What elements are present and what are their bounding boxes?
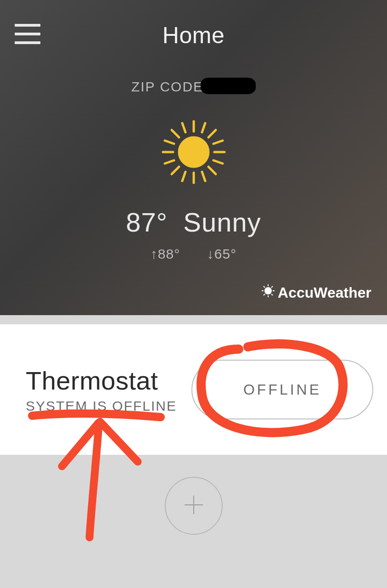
add-device-button[interactable] [165, 477, 223, 535]
svg-line-16 [213, 160, 223, 164]
svg-line-12 [202, 172, 205, 181]
accuweather-label: AccuWeather [278, 284, 371, 301]
svg-line-14 [165, 160, 174, 164]
offline-pill-label: OFFLINE [243, 381, 321, 398]
thermostat-card[interactable]: Thermostat SYSTEM IS OFFLINE OFFLINE [0, 324, 387, 455]
svg-point-17 [264, 287, 272, 294]
svg-line-11 [182, 172, 185, 181]
current-temp: 87° [126, 207, 168, 237]
zip-code-redacted [201, 78, 256, 94]
accuweather-attribution: AccuWeather [261, 284, 371, 301]
low-temp: 65° [214, 246, 236, 261]
svg-line-9 [182, 123, 185, 132]
thermostat-title: Thermostat [26, 366, 191, 396]
svg-line-8 [172, 167, 179, 174]
current-condition: Sunny [183, 207, 261, 237]
zip-code-row: ZIP CODE [0, 79, 387, 96]
svg-line-10 [202, 123, 205, 132]
offline-pill[interactable]: OFFLINE [191, 360, 373, 419]
svg-point-0 [178, 136, 209, 168]
svg-line-15 [213, 141, 223, 144]
high-temp: 88° [158, 246, 180, 261]
svg-line-24 [271, 286, 273, 288]
plus-icon [180, 491, 208, 520]
page-title: Home [0, 22, 387, 49]
svg-line-23 [271, 294, 273, 295]
svg-line-22 [264, 286, 265, 288]
svg-line-5 [172, 130, 179, 137]
svg-line-7 [208, 130, 216, 137]
low-arrow-icon: ↓ [207, 246, 214, 261]
current-weather: 87° Sunny [0, 207, 387, 237]
zip-code-label: ZIP CODE [131, 79, 203, 94]
accuweather-icon [261, 284, 275, 301]
weather-panel: Home ZIP CODE [0, 0, 387, 315]
svg-line-25 [264, 294, 265, 295]
sun-icon [159, 118, 228, 188]
add-device-area [0, 455, 387, 588]
high-arrow-icon: ↑ [151, 246, 158, 261]
svg-line-6 [208, 167, 216, 174]
thermostat-status: SYSTEM IS OFFLINE [26, 398, 191, 414]
svg-line-13 [165, 141, 174, 144]
hi-lo-row: ↑88° ↓65° [0, 246, 387, 262]
